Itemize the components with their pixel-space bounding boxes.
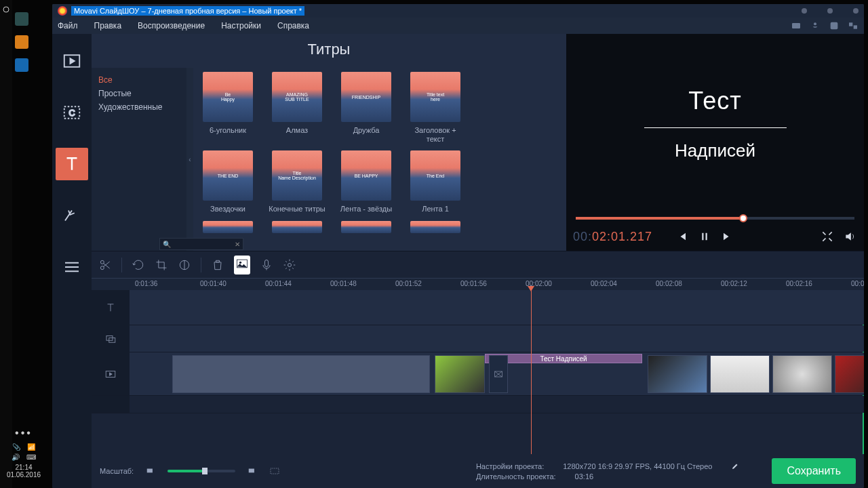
youtube-icon[interactable] — [791, 20, 802, 31]
title-thumb[interactable]: BeHappy6-угольник — [199, 72, 257, 144]
sidebar-titles[interactable] — [56, 148, 88, 180]
thumb-label: Лента 1 — [422, 205, 449, 214]
os-date: 01.06.2016 — [3, 471, 45, 479]
video-clip[interactable] — [710, 355, 770, 393]
keyboard-icon[interactable]: ⌨ — [26, 453, 36, 461]
ruler-tick: 0:01:36 — [135, 280, 157, 287]
pause-button[interactable] — [698, 230, 711, 243]
window-maximize-icon[interactable] — [827, 8, 833, 14]
delete-icon[interactable] — [211, 258, 224, 272]
crop-icon[interactable] — [155, 258, 168, 272]
color-icon[interactable] — [178, 258, 191, 272]
category-all[interactable]: Все — [98, 73, 180, 87]
window-close-icon[interactable] — [853, 8, 859, 14]
app-icon[interactable] — [15, 12, 28, 26]
cut-icon[interactable] — [98, 258, 112, 272]
svg-point-2 — [814, 22, 816, 25]
prev-button[interactable] — [675, 230, 688, 243]
thumb-preview: TitleName Description — [272, 150, 322, 201]
titles-track[interactable] — [130, 290, 864, 325]
title-thumb[interactable]: TitleName DescriptionКонечные титры — [268, 150, 326, 214]
ruler-tick: 00:02:16 — [786, 280, 812, 287]
menu-playback[interactable]: Воспроизведение — [138, 21, 205, 30]
category-artistic[interactable]: Художественные — [98, 100, 180, 114]
zoom-in-icon[interactable] — [248, 466, 257, 476]
vkontakte-icon[interactable] — [829, 20, 840, 31]
attachment-icon[interactable]: 📎 — [12, 443, 20, 451]
menu-edit[interactable]: Правка — [94, 21, 122, 30]
odnoklassniki-icon[interactable] — [810, 20, 821, 31]
browser-title: Титры — [92, 34, 566, 68]
title-thumb[interactable]: FRIENDSHIPДружба — [337, 72, 395, 144]
timeline: Тест Надписей — [92, 290, 864, 454]
mic-icon[interactable] — [260, 258, 273, 272]
title-thumb[interactable]: The EndЛента 1 — [406, 150, 465, 214]
menu-help[interactable]: Справка — [277, 21, 309, 30]
video-clip[interactable] — [648, 355, 707, 393]
edit-icon[interactable] — [731, 462, 739, 470]
sidebar-more[interactable] — [56, 251, 88, 283]
share-icon[interactable] — [848, 20, 859, 31]
thumb-label: Алмаз — [286, 126, 308, 135]
video-clip[interactable] — [835, 355, 864, 393]
window-minimize-icon[interactable] — [802, 8, 807, 14]
video-clip[interactable] — [172, 355, 430, 393]
menu-settings[interactable]: Настройки — [221, 21, 261, 30]
os-tray: ••• 📎 📶 🔊 ⌨ 21:14 01.06.2016 — [3, 427, 45, 479]
video-clip[interactable] — [772, 355, 832, 393]
thumb-label: 6-угольник — [210, 126, 246, 135]
next-button[interactable] — [722, 230, 734, 243]
sidebar-media[interactable] — [56, 45, 88, 77]
volume-icon[interactable]: 🔊 — [12, 453, 20, 461]
zoom-slider[interactable] — [167, 470, 235, 472]
timeline-ruler[interactable]: 0:01:3600:01:4000:01:4400:01:4800:01:520… — [92, 278, 864, 290]
category-list: Все Простые Художественные — [92, 68, 186, 251]
menu-bar: Файл Правка Воспроизведение Настройки Сп… — [52, 18, 864, 34]
app-icon[interactable] — [15, 35, 28, 49]
playhead[interactable] — [531, 290, 532, 454]
fullscreen-button[interactable] — [821, 230, 834, 243]
track-overlay-icon[interactable] — [92, 325, 130, 352]
zoom-out-icon[interactable] — [146, 466, 155, 476]
title-clip[interactable]: Тест Надписей — [485, 354, 642, 363]
fit-icon[interactable] — [269, 466, 280, 476]
desktop-icons — [15, 12, 28, 72]
video-track[interactable]: Тест Надписей — [130, 352, 864, 395]
collapse-handle[interactable]: ‹ — [186, 68, 193, 251]
scrub-bar[interactable] — [566, 214, 864, 222]
wifi-icon[interactable]: 📶 — [27, 443, 35, 451]
thumb-preview: BE HAPPY — [341, 150, 391, 201]
save-button[interactable]: Сохранить — [772, 458, 856, 484]
overlay-track[interactable] — [130, 325, 864, 352]
title-thumb[interactable]: BE HAPPYЛента - звёзды — [337, 150, 395, 214]
ruler-tick: 00:01:56 — [460, 280, 487, 287]
menu-file[interactable]: Файл — [58, 21, 78, 30]
track-video-icon[interactable] — [92, 352, 130, 395]
track-titles-icon[interactable] — [92, 290, 130, 325]
track-link-icon[interactable] — [92, 396, 130, 413]
volume-button[interactable] — [844, 230, 857, 243]
os-menu-icon[interactable] — [2, 5, 10, 14]
os-clock: 21:14 — [3, 464, 45, 471]
thumb-label: Звездочки — [210, 205, 245, 214]
title-thumb[interactable]: THE ENDЗвездочки — [199, 150, 257, 214]
sidebar-transitions[interactable] — [56, 199, 88, 232]
tray-more-icon[interactable]: ••• — [3, 427, 45, 439]
clear-icon[interactable]: ✕ — [235, 241, 240, 248]
audio-track[interactable] — [130, 396, 864, 413]
search-input[interactable]: 🔍✕ — [159, 238, 243, 250]
app-icon[interactable] — [15, 58, 28, 72]
svg-rect-3 — [831, 22, 838, 30]
title-thumb[interactable]: AMAZINGSUB TITLEАлмаз — [268, 72, 326, 144]
transition-clip[interactable] — [489, 355, 508, 393]
image-tool[interactable] — [234, 256, 250, 274]
sidebar-filters[interactable]: C — [56, 96, 88, 129]
category-simple[interactable]: Простые — [98, 87, 180, 100]
thumb-label: Заголовок + текст — [406, 126, 465, 144]
rotate-icon[interactable] — [132, 258, 145, 272]
gear-icon[interactable] — [283, 258, 296, 272]
window-titlebar[interactable]: Movavi СлайдШОУ – 7-дневная пробная верс… — [52, 4, 864, 18]
video-clip[interactable] — [435, 355, 485, 393]
scrub-knob[interactable] — [739, 214, 747, 222]
title-thumb[interactable]: Title texthereЗаголовок + текст — [406, 72, 465, 144]
